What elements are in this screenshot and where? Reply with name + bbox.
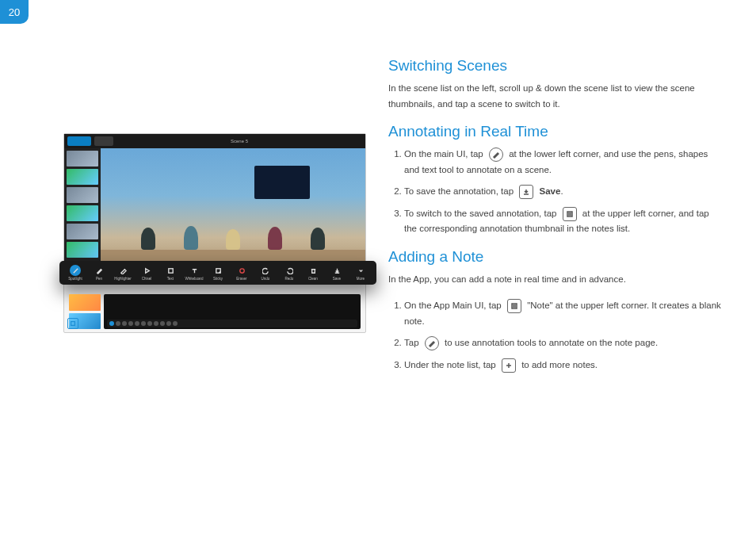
pen-icon	[70, 265, 81, 276]
tool-pen: Pen	[88, 265, 110, 281]
rect-icon	[165, 265, 176, 276]
notes-icon	[563, 207, 577, 221]
pen-icon	[94, 265, 105, 276]
notes-icon	[507, 299, 521, 313]
text: Tap	[404, 338, 419, 347]
mock-person	[311, 228, 325, 250]
list-adding: On the App Main UI, tap "Note" at the up…	[388, 298, 721, 373]
app-screenshot-mock: Scene 5 Spotlight	[63, 133, 366, 333]
scene-thumb	[67, 224, 98, 239]
save-icon	[331, 265, 342, 276]
list-item: On the App Main UI, tap "Note" at the up…	[404, 298, 721, 329]
heading-switching-scenes: Switching Scenes	[388, 57, 721, 75]
tool-whiteboard: Whiteboard	[183, 265, 205, 281]
redo-icon	[284, 265, 295, 276]
mock-tab-active	[67, 136, 91, 146]
mock-person	[226, 229, 240, 250]
play-icon	[141, 265, 152, 276]
scene-thumb	[67, 169, 98, 185]
tool-label: Save	[333, 277, 341, 281]
mini-tool	[122, 321, 127, 326]
list-item: Tap to use annotation tools to annotate …	[404, 335, 721, 351]
eraser-icon	[236, 265, 247, 276]
heading-adding-note: Adding a Note	[388, 248, 721, 266]
plus-icon	[502, 358, 516, 373]
annotation-toolbar-callout: Spotlight Pen Highlighter Chisel Text Wh…	[59, 261, 376, 285]
mini-tool	[128, 321, 133, 326]
scene-thumb	[69, 294, 101, 311]
paragraph-adding-intro: In the App, you can add a note in real t…	[388, 272, 721, 288]
download-icon	[519, 185, 533, 199]
note-icon	[212, 265, 223, 276]
scene-thumb	[67, 151, 98, 167]
text: On the App Main UI, tap	[404, 301, 502, 310]
tool-label: Chisel	[142, 277, 152, 281]
svg-rect-5	[512, 304, 517, 308]
save-label: Save	[540, 186, 561, 196]
text: .	[560, 186, 563, 196]
tool-label: Spotlight	[68, 277, 82, 281]
list-item: To save the annotation, tap Save.	[404, 184, 721, 200]
tool-chisel: Chisel	[136, 265, 158, 281]
highlighter-icon	[117, 265, 128, 276]
mini-tool	[173, 321, 178, 326]
text-icon	[189, 265, 200, 276]
tool-save: Save	[326, 265, 348, 281]
tool-label: More	[357, 277, 365, 281]
scene-thumb	[67, 205, 98, 221]
text: On the main UI, tap	[404, 149, 483, 159]
mock-tab-inactive	[94, 136, 113, 146]
mock-lower	[69, 294, 361, 329]
mock-wall-screen	[254, 166, 310, 199]
mini-tool	[109, 321, 114, 326]
scene-thumb	[67, 187, 98, 203]
tool-clean: Clean	[302, 265, 324, 281]
svg-rect-4	[567, 212, 572, 216]
text: Under the note list, tap	[404, 360, 496, 369]
list-item: On the main UI, tap at the lower left co…	[404, 147, 721, 178]
tool-text: Text	[159, 265, 181, 281]
paragraph-switching: In the scene list on the left, scroll up…	[388, 81, 721, 112]
tool-label: Text	[167, 277, 174, 281]
mini-tool	[116, 321, 120, 326]
tool-label: Eraser	[236, 277, 246, 281]
mock-topbar: Scene 5	[64, 134, 365, 148]
pen-icon	[425, 336, 439, 350]
tool-redo: Redo	[278, 265, 300, 281]
tool-more: More	[349, 265, 372, 281]
tool-label: Whiteboard	[185, 277, 203, 281]
mock-person	[141, 228, 155, 250]
trash-icon	[307, 265, 319, 276]
tool-label: Redo	[285, 277, 294, 281]
annotate-corner-button	[67, 318, 78, 329]
tool-label: Highlighter	[114, 277, 132, 281]
text: To switch to the saved annotation, tap	[404, 209, 556, 218]
mock-person	[268, 227, 282, 250]
mock-body	[64, 148, 365, 267]
tool-label: Pen	[96, 277, 102, 281]
pen-icon	[489, 147, 503, 162]
chevron-down-icon	[355, 265, 366, 276]
scene-thumb	[67, 242, 98, 258]
mock-person	[184, 226, 198, 250]
tool-label: Sticky	[213, 277, 223, 281]
text: to use annotation tools to annotate on t…	[445, 338, 658, 347]
tool-spotlight: Spotlight	[64, 265, 86, 281]
tool-label: Clean	[308, 277, 318, 281]
mini-tool	[166, 321, 171, 326]
list-item: To switch to the saved annotation, tap a…	[404, 206, 721, 237]
mock-lower-main	[104, 294, 361, 329]
mock-main-view	[101, 148, 365, 267]
mini-tool	[141, 321, 146, 326]
tool-undo: Undo	[254, 265, 277, 281]
undo-icon	[260, 265, 271, 276]
text: to add more notes.	[521, 360, 598, 369]
text: To save the annotation, tap	[404, 186, 514, 196]
mini-tool	[147, 321, 152, 326]
svg-rect-0	[168, 268, 172, 272]
mini-tool	[160, 321, 165, 326]
mini-tool	[135, 321, 139, 326]
mock-people	[127, 218, 338, 250]
mock-scene-title: Scene 5	[116, 139, 362, 144]
tool-label: Undo	[262, 277, 270, 281]
